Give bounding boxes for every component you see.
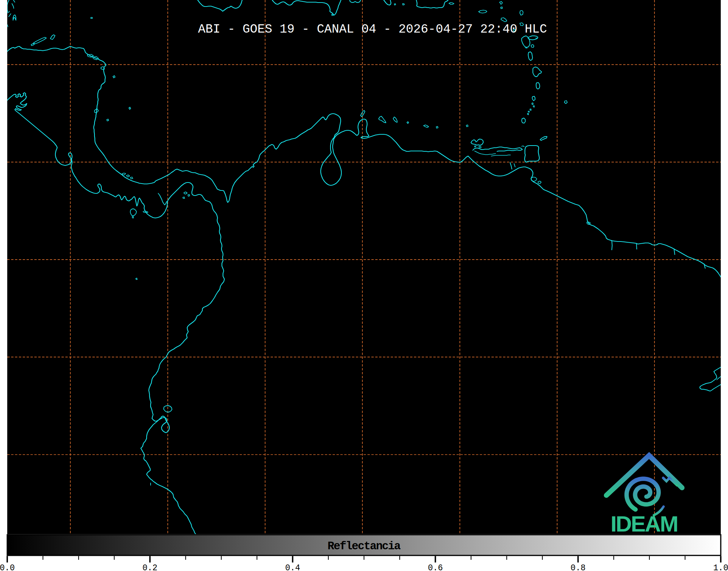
svg-text:0.6: 0.6 <box>428 563 443 571</box>
svg-text:1.0: 1.0 <box>713 563 728 571</box>
svg-text:0.8: 0.8 <box>571 563 585 571</box>
svg-text:0.4: 0.4 <box>285 563 300 571</box>
svg-text:Reflectancia: Reflectancia <box>328 540 401 553</box>
svg-text:0.0: 0.0 <box>0 563 15 571</box>
svg-text:0.2: 0.2 <box>142 563 157 571</box>
svg-text:ABI - GOES 19 - CANAL 04 - 202: ABI - GOES 19 - CANAL 04 - 2026-04-27 22… <box>198 22 547 36</box>
svg-text:IDEAM: IDEAM <box>611 511 678 536</box>
